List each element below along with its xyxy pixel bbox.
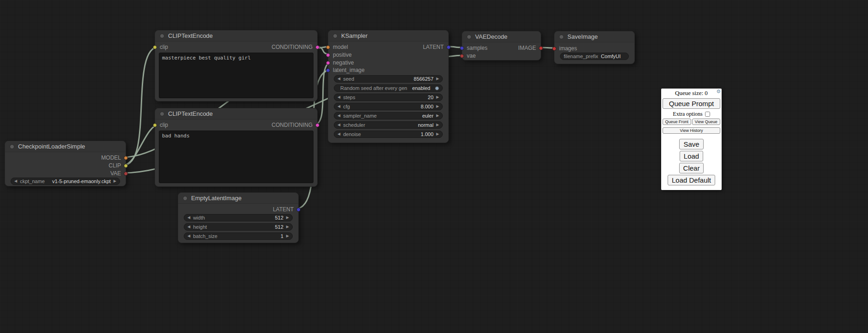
input-slot-positive[interactable]: positive	[326, 52, 352, 58]
widget-filename-prefix[interactable]: filename_prefix ComfyUI	[560, 53, 629, 60]
output-slot-model[interactable]: MODEL	[101, 155, 128, 161]
increment-arrow-icon[interactable]: ▶	[436, 114, 439, 118]
model-output-dot[interactable]	[124, 156, 128, 160]
node-title-bar[interactable]: CLIPTextEncode	[155, 108, 317, 119]
widget-scheduler[interactable]: ◀ scheduler normal ▶	[334, 121, 443, 129]
view-history-button[interactable]: View History	[663, 127, 720, 134]
collapse-dot-icon[interactable]	[559, 35, 564, 39]
increment-arrow-icon[interactable]: ▶	[114, 179, 116, 183]
vae-input-dot[interactable]	[460, 54, 464, 58]
widget-ckpt-name[interactable]: ◀ ckpt_name v1-5-pruned-emaonly.ckpt ▶	[11, 178, 120, 185]
model-input-dot[interactable]	[326, 45, 330, 49]
collapse-dot-icon[interactable]	[160, 34, 164, 38]
input-slot-negative[interactable]: negative	[326, 59, 354, 66]
node-title-bar[interactable]: EmptyLatentImage	[178, 193, 298, 204]
decrement-arrow-icon[interactable]: ◀	[338, 95, 340, 99]
queue-prompt-button[interactable]: Queue Prompt	[663, 98, 720, 109]
increment-arrow-icon[interactable]: ▶	[436, 77, 439, 81]
conditioning-input-dot[interactable]	[326, 53, 330, 57]
output-slot-clip[interactable]: CLIP	[108, 162, 128, 169]
vae-output-dot[interactable]	[124, 172, 128, 176]
increment-arrow-icon[interactable]: ▶	[286, 216, 289, 220]
output-slot-image[interactable]: IMAGE	[518, 45, 543, 51]
increment-arrow-icon[interactable]: ▶	[286, 225, 289, 229]
input-slot-samples[interactable]: samples	[460, 45, 488, 51]
save-button[interactable]: Save	[679, 139, 703, 149]
decrement-arrow-icon[interactable]: ◀	[338, 77, 340, 81]
input-slot-clip[interactable]: clip	[153, 44, 168, 50]
clip-input-dot[interactable]	[153, 45, 157, 49]
node-clip-text-encode-negative[interactable]: CLIPTextEncode clip CONDITIONING bad han…	[155, 108, 318, 187]
clear-button[interactable]: Clear	[679, 163, 704, 173]
collapse-dot-icon[interactable]	[467, 35, 471, 39]
toggle-dot-icon[interactable]	[435, 86, 439, 90]
widget-cfg[interactable]: ◀ cfg 8.000 ▶	[334, 103, 443, 110]
node-title-bar[interactable]: CheckpointLoaderSimple	[5, 141, 126, 152]
conditioning-output-dot[interactable]	[315, 45, 319, 49]
view-queue-button[interactable]: View Queue	[692, 119, 721, 125]
settings-gear-icon[interactable]: ⚙	[716, 89, 721, 94]
output-slot-conditioning[interactable]: CONDITIONING	[271, 44, 319, 50]
collapse-dot-icon[interactable]	[333, 34, 338, 38]
increment-arrow-icon[interactable]: ▶	[436, 105, 439, 108]
output-slot-latent[interactable]: LATENT	[423, 44, 451, 50]
conditioning-input-dot[interactable]	[326, 61, 330, 65]
input-slot-vae[interactable]: vae	[460, 53, 476, 59]
node-title-bar[interactable]: CLIPTextEncode	[155, 30, 317, 42]
prompt-text-area[interactable]: masterpiece best quality girl	[159, 53, 313, 98]
widget-seed[interactable]: ◀ seed 8566257 ▶	[334, 75, 443, 83]
extra-options-checkbox[interactable]	[705, 112, 710, 117]
output-slot-latent[interactable]: LATENT	[273, 206, 301, 213]
load-default-button[interactable]: Load Default	[668, 175, 715, 185]
node-vae-decode[interactable]: VAEDecode samples vae IMAGE	[462, 31, 541, 60]
decrement-arrow-icon[interactable]: ◀	[338, 114, 340, 118]
node-graph-canvas[interactable]: CheckpointLoaderSimple MODEL CLIP VAE ◀ …	[0, 0, 868, 333]
comfy-menu[interactable]: Queue size: 0 ⚙ Queue Prompt Extra optio…	[661, 89, 722, 190]
input-slot-clip[interactable]: clip	[153, 122, 168, 128]
node-checkpoint-loader-simple[interactable]: CheckpointLoaderSimple MODEL CLIP VAE ◀ …	[5, 141, 126, 186]
image-output-dot[interactable]	[539, 46, 543, 50]
latent-input-dot[interactable]	[460, 46, 464, 50]
decrement-arrow-icon[interactable]: ◀	[338, 132, 340, 136]
decrement-arrow-icon[interactable]: ◀	[187, 225, 190, 229]
node-save-image[interactable]: SaveImage images filename_prefix ComfyUI	[554, 31, 635, 64]
decrement-arrow-icon[interactable]: ◀	[187, 234, 190, 238]
clip-input-dot[interactable]	[153, 123, 157, 127]
node-title-bar[interactable]: VAEDecode	[462, 31, 541, 42]
node-empty-latent-image[interactable]: EmptyLatentImage LATENT ◀ width 512 ▶ ◀ …	[178, 192, 299, 243]
latent-output-dot[interactable]	[446, 45, 451, 49]
collapse-dot-icon[interactable]	[183, 196, 187, 201]
output-slot-conditioning[interactable]: CONDITIONING	[271, 122, 319, 128]
decrement-arrow-icon[interactable]: ◀	[338, 123, 340, 127]
widget-batch-size[interactable]: ◀ batch_size 1 ▶	[184, 232, 293, 240]
input-slot-model[interactable]: model	[326, 44, 348, 50]
decrement-arrow-icon[interactable]: ◀	[338, 105, 340, 108]
node-title-bar[interactable]: KSampler	[328, 30, 448, 42]
clip-output-dot[interactable]	[124, 164, 128, 168]
queue-front-button[interactable]: Queue Front	[663, 119, 691, 125]
increment-arrow-icon[interactable]: ▶	[436, 95, 439, 99]
widget-sampler-name[interactable]: ◀ sampler_name euler ▶	[334, 112, 443, 119]
image-input-dot[interactable]	[552, 47, 556, 51]
increment-arrow-icon[interactable]: ▶	[436, 123, 439, 127]
decrement-arrow-icon[interactable]: ◀	[14, 179, 17, 183]
latent-output-dot[interactable]	[296, 208, 301, 212]
input-slot-latent-image[interactable]: latent_image	[326, 67, 365, 73]
latent-input-dot[interactable]	[326, 68, 330, 72]
collapse-dot-icon[interactable]	[10, 144, 14, 149]
widget-denoise[interactable]: ◀ denoise 1.000 ▶	[334, 131, 443, 138]
widget-height[interactable]: ◀ height 512 ▶	[184, 223, 293, 231]
decrement-arrow-icon[interactable]: ◀	[187, 216, 190, 220]
node-clip-text-encode-positive[interactable]: CLIPTextEncode clip CONDITIONING masterp…	[155, 30, 318, 101]
output-slot-vae[interactable]: VAE	[110, 170, 128, 177]
widget-steps[interactable]: ◀ steps 20 ▶	[334, 94, 443, 101]
collapse-dot-icon[interactable]	[160, 112, 164, 116]
input-slot-images[interactable]: images	[552, 45, 577, 52]
increment-arrow-icon[interactable]: ▶	[286, 234, 289, 238]
widget-random-seed-toggle[interactable]: Random seed after every gen enabled	[334, 84, 443, 92]
conditioning-output-dot[interactable]	[315, 123, 319, 127]
node-title-bar[interactable]: SaveImage	[555, 31, 634, 42]
load-button[interactable]: Load	[680, 151, 703, 161]
prompt-text-area[interactable]: bad hands	[159, 131, 313, 183]
node-ksampler[interactable]: KSampler model positive negative latent_…	[328, 30, 449, 143]
